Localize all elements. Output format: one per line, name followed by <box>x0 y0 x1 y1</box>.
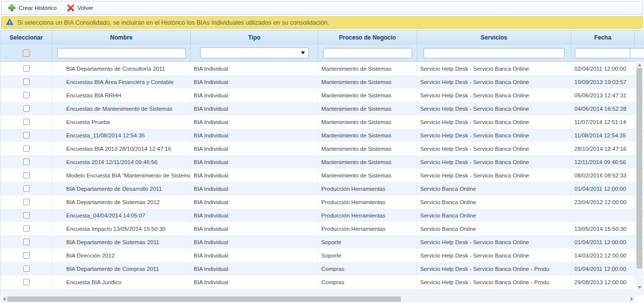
cell-proceso: Mantenimiento de Sistemas <box>318 115 417 129</box>
cell-servicios: Servicio Banca Online <box>417 209 571 222</box>
warning-icon: ! <box>6 18 13 27</box>
cell-tipo: BIA Individual <box>191 115 318 129</box>
row-checkbox[interactable] <box>23 65 30 72</box>
horizontal-scrollbar-thumb[interactable] <box>7 297 401 302</box>
horizontal-scrollbar[interactable] <box>1 296 635 303</box>
svg-text:!: ! <box>9 20 10 25</box>
column-header-seleccionar[interactable]: Seleccionar <box>0 31 52 44</box>
proceso-filter-input[interactable] <box>323 48 412 58</box>
row-checkbox[interactable] <box>23 239 30 245</box>
row-checkbox[interactable] <box>23 212 30 218</box>
row-checkbox[interactable] <box>23 92 30 98</box>
table-row[interactable]: Encuesta_04/04/2014 14:05:07 BIA Individ… <box>0 209 644 222</box>
table-body: BIA Departamento de Consultoría 2011 BIA… <box>0 62 644 289</box>
vertical-scrollbar[interactable] <box>636 61 643 291</box>
cell-servicios: Servicio Help Desk - Servicio Banca Onli… <box>417 129 571 142</box>
column-header-tipo[interactable]: Tipo <box>191 31 318 44</box>
row-checkbox[interactable] <box>23 159 30 165</box>
cell-servicios: Servicio Help Desk - Servicio Banca Onli… <box>417 88 571 102</box>
cell-tipo: BIA Individual <box>191 235 318 249</box>
table-row[interactable]: Encuestas de Mantenimiento de Sistemas B… <box>0 102 644 115</box>
clipped-filter-input[interactable] <box>630 48 644 58</box>
cell-proceso: Mantenimiento de Sistemas <box>318 142 417 155</box>
tipo-filter-select[interactable] <box>200 47 309 58</box>
cell-proceso: Mantenimiento de Sistemas <box>318 88 417 102</box>
scroll-right-button[interactable] <box>629 296 635 303</box>
cell-fecha: 04/06/2014 16:52:28 <box>571 102 635 115</box>
cell-proceso: Mantenimiento de Sistemas <box>318 62 417 75</box>
servicios-filter-input[interactable] <box>424 48 564 58</box>
table-row[interactable]: Encuesta Impacto 13/05/2014 15:50:30 BIA… <box>0 222 644 235</box>
cell-nombre: BIA Departamento de Compras 2011 <box>52 262 191 275</box>
arrow-right-icon <box>631 297 633 301</box>
table-row[interactable]: Encuesta Prueba BIA Individual Mantenimi… <box>0 115 644 129</box>
cell-tipo: BIA Individual <box>191 182 318 195</box>
table-row[interactable]: Encuestas BIA Área Financiera y Contable… <box>0 75 644 88</box>
row-checkbox[interactable] <box>23 199 30 205</box>
table-header-row: Seleccionar Nombre Tipo Proceso de Negoc… <box>0 31 644 44</box>
cell-fecha: 01/04/2011 12:00:00 <box>571 182 635 195</box>
cell-nombre: Encuesta Impacto 13/05/2014 15:50:30 <box>52 222 191 235</box>
cell-nombre: BIA Departamento de Sistemas 2011 <box>52 235 191 249</box>
plus-icon <box>8 4 16 12</box>
cell-fecha: 05/06/2013 12:47:31 <box>571 88 635 102</box>
cell-servicios: Servicio Help Desk - Servicio Banca Onli… <box>417 62 571 75</box>
cell-fecha: 11/08/2014 12:54:35 <box>571 129 635 142</box>
row-checkbox[interactable] <box>23 252 30 259</box>
scroll-left-button[interactable] <box>1 296 7 303</box>
crear-historico-button[interactable]: Crear Histórico <box>5 3 59 13</box>
row-checkbox[interactable] <box>23 132 30 138</box>
scroll-down-button[interactable] <box>636 284 643 291</box>
column-header-nombre[interactable]: Nombre <box>52 31 191 44</box>
cell-servicios: Servicio Help Desk - Servicio Banca Onli… <box>417 102 571 115</box>
cell-nombre: Encuestas BIA 2013 28/10/2014 12:47:16 <box>52 142 191 155</box>
cell-proceso: Mantenimiento de Sistemas <box>318 169 417 182</box>
column-header-proceso[interactable]: Proceso de Negocio <box>318 31 417 44</box>
cell-proceso: Soporte <box>318 249 417 262</box>
cell-nombre: Encuestas BIA RRHH <box>52 88 191 102</box>
cell-fecha: 01/04/2011 12:00:00 <box>571 235 635 249</box>
chevron-down-icon <box>301 51 305 54</box>
scroll-up-button[interactable] <box>636 61 643 68</box>
cell-tipo: BIA Individual <box>191 275 318 289</box>
nombre-filter-input[interactable] <box>57 48 186 58</box>
table-row[interactable]: BIA Departamento de Sistemas 2012 BIA In… <box>0 195 644 209</box>
table-row[interactable]: Encuestas BIA RRHH BIA Individual Manten… <box>0 88 644 102</box>
cell-proceso: Producción Herramientas <box>318 209 417 222</box>
row-checkbox[interactable] <box>23 172 30 178</box>
select-all-checkbox[interactable] <box>23 49 30 57</box>
cell-servicios: Servicio Help Desk - Servicio Banca Onli… <box>417 169 571 182</box>
cell-servicios: Servicio Help Desk - Servicio Banca Onli… <box>417 142 571 155</box>
table-row[interactable]: BIA Departamento de Compras 2011 BIA Ind… <box>0 262 644 275</box>
table-row[interactable]: Encuesta BIA Juridico BIA Individual Com… <box>0 275 644 289</box>
table-row[interactable]: Modelo Encuesta BIA "Mantenimiento de Si… <box>0 169 644 182</box>
row-checkbox[interactable] <box>23 185 30 192</box>
table-row[interactable]: Encuesta 2014 12/11/2014 09:46:56 BIA In… <box>0 155 644 169</box>
cell-servicios: Servicio Help Desk - Servicio Banca Onli… <box>417 249 571 262</box>
row-checkbox[interactable] <box>23 145 30 152</box>
cell-nombre: Encuestas de Mantenimiento de Sistemas <box>52 102 191 115</box>
warning-banner-text: Si selecciona un BIA Consolidado, se inc… <box>17 19 329 26</box>
fecha-filter-input[interactable] <box>575 48 631 58</box>
row-checkbox[interactable] <box>23 279 30 285</box>
cell-servicios: Servicio Banca Online <box>417 222 571 235</box>
table-row[interactable]: Encuestas BIA 2013 28/10/2014 12:47:16 B… <box>0 142 644 155</box>
table-row[interactable]: BIA Departamento de Consultoría 2011 BIA… <box>0 62 644 75</box>
column-header-fecha[interactable]: Fecha <box>571 31 635 44</box>
table-row[interactable]: BIA Departamento de Sistemas 2011 BIA In… <box>0 235 644 249</box>
toolbar: Crear Histórico Volver <box>1 1 643 15</box>
volver-button[interactable]: Volver <box>64 3 96 13</box>
table-row[interactable]: BIA Dirección 2012 BIA Individual Soport… <box>0 249 644 262</box>
row-checkbox[interactable] <box>23 119 30 125</box>
cell-fecha: 10/09/2013 19:03:57 <box>571 75 635 88</box>
row-checkbox[interactable] <box>23 265 30 272</box>
cell-fecha: 02/04/2011 12:00:00 <box>571 62 635 75</box>
column-header-servicios[interactable]: Servicios <box>417 31 571 44</box>
vertical-scrollbar-thumb[interactable] <box>637 68 642 268</box>
row-checkbox[interactable] <box>23 105 30 112</box>
row-checkbox[interactable] <box>23 225 30 232</box>
row-checkbox[interactable] <box>23 79 30 85</box>
cell-tipo: BIA Individual <box>191 142 318 155</box>
table-row[interactable]: BIA Departamento de Desarrollo 2011 BIA … <box>0 182 644 195</box>
table-row[interactable]: Encuesta_11/08/2014 12:54:35 BIA Individ… <box>0 129 644 142</box>
